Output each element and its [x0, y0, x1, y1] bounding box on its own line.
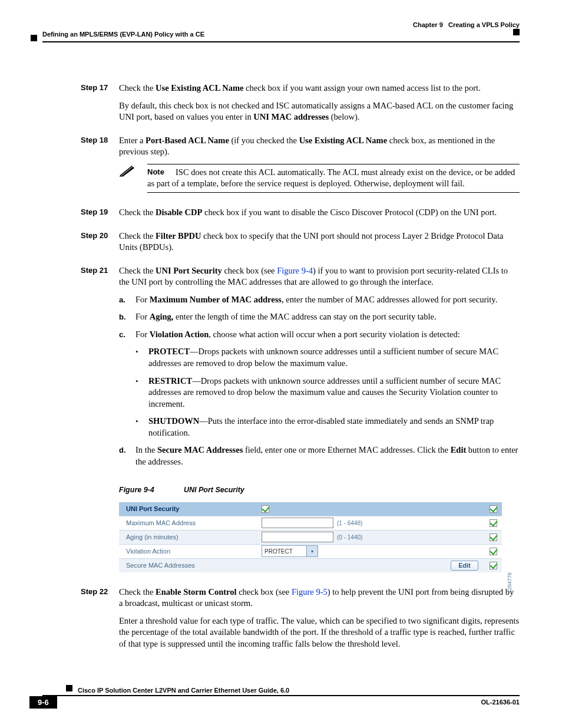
- step-18: Step 18 Enter a Port-Based ACL Name (if …: [42, 135, 520, 201]
- note-label: Note: [147, 167, 176, 177]
- note-body: NoteISC does not create this ACL automat…: [147, 164, 520, 193]
- aging-input[interactable]: [262, 532, 333, 542]
- edit-button[interactable]: Edit: [451, 561, 478, 571]
- header-section: Defining an MPLS/ERMS (EVP-LAN) Policy w…: [42, 31, 204, 38]
- figure-title: UNI Port Security: [184, 486, 244, 494]
- max-mac-input[interactable]: [262, 518, 333, 528]
- figure-side-id: 204776: [507, 572, 513, 590]
- figure-number: Figure 9-4: [119, 486, 184, 494]
- figure-caption: Figure 9-4UNI Port Security: [119, 486, 520, 494]
- row-check[interactable]: [490, 548, 497, 555]
- header-chapter: Chapter 9 Creating a VPLS Policy: [413, 21, 520, 28]
- step-label: Step 20: [81, 230, 119, 259]
- page-header: Chapter 9 Creating a VPLS Policy Definin…: [42, 21, 520, 42]
- page-footer: Cisco IP Solution Center L2VPN and Carri…: [42, 684, 520, 710]
- step-body: Enter a Port-Based ACL Name (if you chec…: [119, 135, 520, 201]
- substep-b: b. For Aging, enter the length of time t…: [119, 311, 520, 323]
- chapter-label: Chapter 9: [413, 21, 443, 28]
- footer-marker: [66, 685, 72, 691]
- substep-c: c. For Violation Action, choose what act…: [119, 329, 520, 341]
- step-label: Step 19: [81, 207, 119, 225]
- chevron-down-icon: ▾: [306, 546, 318, 556]
- step-22: Step 22 Check the Enable Storm Control c…: [42, 587, 520, 656]
- step-20: Step 20 Check the Filter BPDU check box …: [42, 230, 520, 259]
- violation-action-select[interactable]: PROTECT ▾: [262, 545, 318, 557]
- step-17: Step 17 Check the Use Existing ACL Name …: [42, 83, 520, 129]
- row-check[interactable]: [490, 533, 497, 541]
- header-marker: [31, 35, 37, 41]
- page-number: 9-6: [29, 696, 57, 709]
- step-body: Check the Enable Storm Control check box…: [119, 587, 520, 656]
- step-body: Check the Filter BPDU check box to speci…: [119, 230, 520, 259]
- figure-row: Aging (in minutes) (0 - 1440): [119, 530, 502, 544]
- substep-a: a. For Maximum Number of MAC address, en…: [119, 294, 520, 306]
- bullet-shutdown: • SHUTDOWN—Puts the interface into the e…: [135, 416, 520, 439]
- step-label: Step 18: [81, 135, 119, 201]
- step-body: Check the Disable CDP check box if you w…: [119, 207, 520, 225]
- page-content: Step 17 Check the Use Existing ACL Name …: [42, 42, 520, 655]
- uni-port-security-checkbox[interactable]: [262, 505, 269, 513]
- row-check[interactable]: [490, 519, 497, 527]
- figure-row-header: UNI Port Security: [119, 502, 502, 516]
- figure-9-4: 204776 UNI Port Security Maximum MAC Add…: [119, 502, 502, 572]
- step-body: Check the Use Existing ACL Name check bo…: [119, 83, 520, 129]
- step-21: Step 21 Check the UNI Port Security chec…: [42, 265, 520, 474]
- note-pencil-icon: [119, 164, 147, 193]
- figure-link[interactable]: Figure 9-4: [277, 266, 313, 275]
- chapter-title: Creating a VPLS Policy: [448, 21, 520, 28]
- bullet-restrict: • RESTRICT—Drops packets with unknown so…: [135, 375, 520, 410]
- step-label: Step 17: [81, 83, 119, 129]
- figure-row: Maximum MAC Address (1 - 6448): [119, 516, 502, 530]
- row-check[interactable]: [490, 505, 497, 513]
- substep-d: d. In the Secure MAC Addresses field, en…: [119, 444, 520, 467]
- header-end-marker: [513, 29, 520, 35]
- step-label: Step 21: [81, 265, 119, 474]
- step-label: Step 22: [81, 587, 119, 656]
- doc-id: OL-21636-01: [481, 699, 520, 706]
- step-19: Step 19 Check the Disable CDP check box …: [42, 207, 520, 225]
- note-text: ISC does not create this ACL automatical…: [147, 167, 515, 189]
- figure-row: Violation Action PROTECT ▾: [119, 544, 502, 558]
- figure-link[interactable]: Figure 9-5: [292, 587, 328, 597]
- step-body: Check the UNI Port Security check box (s…: [119, 265, 520, 474]
- row-check[interactable]: [490, 562, 497, 569]
- book-title: Cisco IP Solution Center L2VPN and Carri…: [78, 687, 289, 694]
- bullet-protect: • PROTECT—Drops packets with unknown sou…: [135, 346, 520, 369]
- note-block: NoteISC does not create this ACL automat…: [119, 164, 520, 193]
- figure-row: Secure MAC Addresses Edit: [119, 558, 502, 572]
